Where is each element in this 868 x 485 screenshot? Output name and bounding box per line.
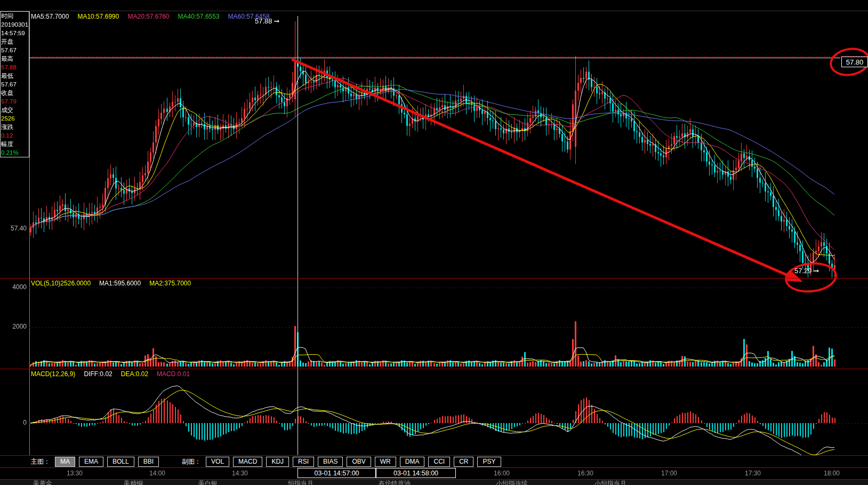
contract-tab[interactable]: 布伦特原油: [379, 480, 411, 485]
info-row: 2526: [1, 114, 29, 123]
info-row: 20190301: [1, 20, 29, 29]
sub-chart-group-label: 副图：: [182, 457, 201, 466]
main-chart-group-label: 主图：: [31, 457, 50, 466]
contract-tab[interactable]: 恒指当月: [288, 480, 314, 485]
next-time-box: 03-01 14:58:00: [376, 468, 456, 478]
alert-price-box[interactable]: 57.80: [841, 57, 868, 67]
indicator-label: MA20:57.6760: [127, 13, 169, 20]
time-tick-label: 17:30: [745, 470, 761, 477]
toolbar-button-macd[interactable]: MACD: [233, 457, 262, 467]
toolbar-button-cr[interactable]: CR: [454, 457, 473, 467]
contract-tab-bar: 美黄金美精铜美白银恒指当月布伦特原油小恒指连续小恒指当月: [0, 480, 868, 485]
indicator-label: DIFF:0.02: [84, 370, 112, 378]
indicator-label: MA5:57.7000: [31, 13, 69, 20]
toolbar-button-cci[interactable]: CCI: [428, 457, 450, 467]
toolbar-button-psy[interactable]: PSY: [477, 457, 501, 467]
contract-tab[interactable]: 美白银: [198, 480, 218, 485]
info-row: 57.88: [1, 63, 29, 71]
cursor-time-value: 03-01 14:57:00: [314, 470, 359, 477]
contract-tab[interactable]: 美精铜: [124, 480, 143, 485]
indicator-label: MA1:595.6000: [99, 280, 141, 287]
indicator-label: MACD:0.01: [157, 370, 190, 378]
toolbar-button-obv[interactable]: OBV: [347, 457, 371, 467]
toolbar-button-bbi[interactable]: BBI: [138, 457, 159, 467]
next-time-value: 03-01 14:58:00: [393, 470, 438, 477]
ma-indicator-header: MA5:57.7000MA10:57.6990MA20:57.6760MA40:…: [31, 13, 270, 20]
peak-price-tag: 57.88➞: [255, 17, 279, 25]
info-row: 幅度: [1, 140, 29, 148]
indicator-label: DEA:0.02: [121, 370, 148, 378]
info-row: 57.67: [1, 80, 29, 89]
time-tick-label: 13:30: [67, 470, 83, 477]
indicator-label: MA10:57.6990: [77, 13, 119, 20]
toolbar-button-boll[interactable]: BOLL: [107, 457, 134, 467]
indicator-label: VOL(5,10)2526.0000: [31, 280, 91, 287]
main-vol-separator: [0, 278, 868, 279]
candle-info-panel: 时间2019030114:57:59开盘57.67最高57.88最低57.67收…: [0, 11, 29, 157]
info-row: 成交: [1, 106, 29, 114]
contract-tab[interactable]: 美黄金: [33, 480, 52, 485]
low-price-value: 57.29: [794, 267, 812, 275]
sub-indicator-buttons: VOLMACDKDJRSIBIASOBVWRDMACCICRPSY: [206, 457, 501, 467]
indicator-toolbar: 主图： MAEMABOLLBBI 副图： VOLMACDKDJRSIBIASOB…: [0, 456, 868, 467]
time-tick-label: 17:00: [661, 470, 677, 477]
info-row: 最低: [1, 71, 29, 80]
info-row: 57.67: [1, 46, 29, 54]
main-indicator-buttons: MAEMABOLLBBI: [55, 457, 159, 467]
toolbar-button-vol[interactable]: VOL: [206, 457, 229, 467]
info-row: 开盘: [1, 37, 29, 46]
info-row: 时间: [1, 12, 29, 20]
crosshair-vertical-line: [298, 16, 298, 479]
info-row: 收盘: [1, 89, 29, 97]
info-row: 最高: [1, 54, 29, 63]
info-row: 0.21%: [1, 148, 29, 157]
indicator-label: MACD(12,26,9): [31, 370, 75, 378]
info-row: 涨跌: [1, 123, 29, 131]
time-tick-label: 16:00: [494, 470, 510, 477]
cursor-time-box: 03-01 14:57:00: [298, 468, 376, 478]
toolbar-button-kdj[interactable]: KDJ: [266, 457, 289, 467]
time-tick-label: 18:00: [824, 470, 840, 477]
indicator-label: MA40:57.6553: [178, 13, 220, 20]
time-tick-label: 16:30: [577, 470, 593, 477]
right-arrow-icon: ➞: [814, 267, 819, 275]
time-tick-label: 14:00: [149, 470, 165, 477]
right-arrow-icon: ➞: [274, 17, 280, 25]
indicator-label: MA2:375.7000: [149, 280, 191, 287]
toolbar-button-wr[interactable]: WR: [375, 457, 396, 467]
info-row: 0.12: [1, 131, 29, 140]
topbar-divider: [0, 11, 868, 11]
peak-price-value: 57.88: [255, 17, 272, 25]
toolbar-button-bias[interactable]: BIAS: [318, 457, 343, 467]
kline-chart-canvas[interactable]: [0, 0, 868, 485]
alert-price-value: 57.80: [846, 58, 864, 66]
contract-tab[interactable]: 小恒指连续: [496, 480, 528, 485]
info-row: 57.79: [1, 97, 29, 106]
low-price-tag: 57.29➞: [794, 267, 819, 275]
toolbar-button-dma[interactable]: DMA: [400, 457, 425, 467]
time-tick-label: 14:30: [232, 470, 248, 477]
time-axis: 03-01 14:57:00 03-01 14:58:00 13:3014:00…: [0, 468, 868, 479]
toolbar-button-rsi[interactable]: RSI: [293, 457, 314, 467]
vol-macd-separator: [0, 369, 868, 369]
toolbar-button-ema[interactable]: EMA: [79, 457, 103, 467]
contract-tab[interactable]: 小恒指当月: [594, 480, 626, 485]
info-row: 14:57:59: [1, 29, 29, 37]
vol-indicator-header: VOL(5,10)2526.0000MA1:595.6000MA2:375.70…: [31, 280, 191, 287]
macd-indicator-header: MACD(12,26,9)DIFF:0.02DEA:0.02MACD:0.01: [31, 370, 190, 378]
toolbar-button-ma[interactable]: MA: [55, 457, 75, 467]
